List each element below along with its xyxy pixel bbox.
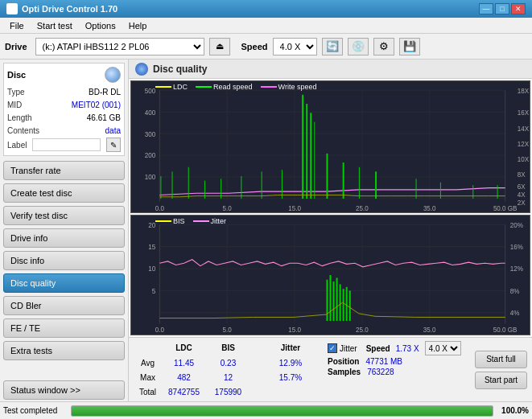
progress-percent: 100.0% (497, 406, 529, 415)
status-window-button[interactable]: Status window >> (3, 380, 125, 400)
svg-text:16%: 16% (510, 243, 523, 252)
svg-text:0.0: 0.0 (155, 203, 164, 212)
legend-write-speed: Write speed (261, 83, 317, 91)
config-button[interactable]: ⚙ (373, 38, 394, 55)
start-full-button[interactable]: Start full (475, 351, 527, 368)
svg-rect-0 (131, 81, 530, 212)
right-stats: ✓ Jitter Speed 1.73 X 4.0 X Position 477… (323, 341, 467, 398)
svg-text:4X: 4X (518, 190, 526, 199)
label-label: Label (7, 141, 27, 150)
bis-color (155, 220, 171, 222)
title-bar: Opti Drive Control 1.70 — □ ✕ (0, 0, 532, 18)
eject-button[interactable]: ⏏ (209, 38, 230, 55)
svg-rect-48 (375, 171, 377, 199)
svg-text:12X: 12X (518, 139, 530, 148)
legend-ldc: LDC (155, 83, 188, 91)
svg-text:100: 100 (145, 173, 156, 182)
disc-panel: Disc Type BD-R DL MID MEIT02 (001) Lengt… (3, 63, 125, 156)
label-input[interactable] (32, 138, 101, 151)
svg-text:10X: 10X (518, 155, 530, 164)
jitter-checkbox[interactable]: ✓ (328, 343, 337, 353)
app-title: Opti Drive Control 1.70 (22, 4, 118, 14)
avg-ldc: 11.45 (162, 356, 206, 371)
svg-text:4%: 4% (510, 309, 520, 318)
speed-select[interactable]: 4.0 X (273, 38, 317, 55)
col-empty (134, 341, 162, 355)
label-edit-button[interactable]: ✎ (106, 138, 121, 152)
menu-start-test[interactable]: Start test (31, 19, 79, 32)
sidebar-item-drive-info[interactable]: Drive info (3, 228, 125, 248)
svg-text:8X: 8X (518, 170, 526, 179)
svg-rect-33 (160, 176, 161, 199)
svg-text:14X: 14X (518, 124, 530, 133)
spacer2 (250, 371, 266, 385)
sidebar-item-disc-info[interactable]: Disc info (3, 251, 125, 270)
maximize-button[interactable]: □ (495, 3, 509, 14)
svg-rect-47 (359, 167, 360, 199)
mid-label: MID (7, 99, 22, 112)
svg-text:5: 5 (152, 286, 156, 295)
svg-rect-34 (172, 171, 173, 199)
stats-row-total: Total 8742755 175990 (134, 385, 315, 400)
disc-icon (105, 67, 121, 83)
total-bis: 175990 (206, 385, 250, 400)
stats-table: LDC BIS Jitter Avg 11.45 0.23 12.9% Max … (134, 341, 315, 398)
svg-rect-41 (302, 95, 303, 199)
menu-bar: File Start test Options Help (0, 18, 532, 34)
progress-bar-container (71, 405, 493, 417)
drive-select[interactable]: (k:) ATAPI iHBS112 2 PL06 (35, 38, 204, 55)
disc-button[interactable]: 💿 (348, 38, 369, 55)
samples-row: Samples 763228 (328, 368, 467, 376)
read-speed-color (196, 86, 212, 88)
svg-text:8%: 8% (510, 286, 520, 295)
menu-options[interactable]: Options (79, 19, 122, 32)
samples-label: Samples (328, 368, 361, 376)
svg-text:15: 15 (148, 243, 155, 252)
stats-row-max: Max 482 12 15.7% (134, 371, 315, 385)
svg-text:6X: 6X (518, 182, 526, 191)
menu-help[interactable]: Help (122, 19, 154, 32)
stats-row-avg: Avg 11.45 0.23 12.9% (134, 356, 315, 371)
sidebar-item-extra-tests[interactable]: Extra tests (3, 341, 125, 360)
sidebar-item-cd-bler[interactable]: CD Bler (3, 296, 125, 315)
minimize-button[interactable]: — (479, 3, 493, 14)
position-label: Position (328, 357, 359, 366)
speed-select-right[interactable]: 4.0 X (425, 341, 461, 355)
sidebar-item-disc-quality[interactable]: Disc quality (3, 273, 125, 293)
legend-bis: BIS (155, 217, 185, 225)
spacer (250, 356, 266, 371)
sidebar-item-fe-te[interactable]: FE / TE (3, 318, 125, 338)
svg-text:16X: 16X (518, 108, 530, 117)
drive-label: Drive (5, 42, 27, 51)
total-ldc: 8742755 (162, 385, 206, 400)
svg-text:20%: 20% (510, 220, 523, 229)
sidebar-item-create-test-disc[interactable]: Create test disc (3, 183, 125, 203)
sidebar-item-verify-test-disc[interactable]: Verify test disc (3, 206, 125, 225)
position-value: 47731 MB (365, 357, 402, 366)
refresh-button[interactable]: 🔄 (322, 38, 343, 55)
svg-rect-81 (329, 275, 331, 321)
type-value: BD-R DL (89, 86, 121, 99)
svg-rect-44 (314, 122, 315, 199)
legend-read-speed: Read speed (196, 83, 253, 91)
save-button[interactable]: 💾 (399, 38, 420, 55)
avg-jitter: 12.9% (266, 356, 315, 371)
type-label: Type (7, 86, 25, 99)
svg-text:25.0: 25.0 (356, 203, 369, 212)
svg-text:500: 500 (145, 86, 156, 95)
svg-text:400: 400 (145, 108, 156, 117)
title-bar-text: Opti Drive Control 1.70 (6, 3, 118, 14)
svg-text:0.0: 0.0 (155, 325, 164, 334)
window-controls: — □ ✕ (479, 3, 526, 14)
menu-file[interactable]: File (3, 19, 31, 32)
col-ldc: LDC (162, 341, 206, 355)
chart2-svg: 20 15 10 5 0.0 5.0 15.0 25.0 35.0 50.0 G… (131, 216, 530, 335)
position-row: Position 47731 MB (328, 357, 467, 366)
sidebar-item-transfer-rate[interactable]: Transfer rate (3, 161, 125, 180)
close-button[interactable]: ✕ (511, 3, 526, 14)
jitter-check-label: Jitter (340, 344, 357, 353)
svg-rect-46 (343, 162, 344, 199)
content-title: Disc quality (153, 64, 207, 75)
start-part-button[interactable]: Start part (475, 372, 527, 389)
progress-bar-fill (72, 406, 493, 416)
